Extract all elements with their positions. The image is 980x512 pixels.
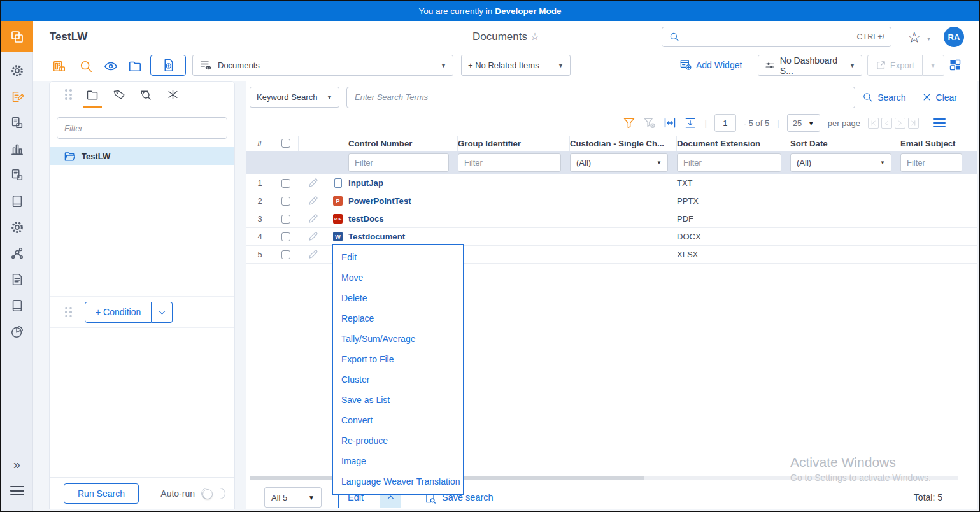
- new-document-button[interactable]: [150, 55, 186, 76]
- edit-pencil-icon[interactable]: [299, 178, 327, 188]
- column-header-number[interactable]: #: [246, 136, 273, 151]
- workspace-icon[interactable]: [1, 21, 33, 52]
- context-menu-item[interactable]: Edit: [333, 247, 463, 267]
- grid-apps-icon[interactable]: [949, 59, 963, 73]
- bar-chart-icon[interactable]: [10, 141, 25, 157]
- context-menu-item[interactable]: Replace: [333, 308, 463, 329]
- auto-run-toggle[interactable]: [201, 488, 225, 499]
- tab-tags[interactable]: [108, 82, 131, 108]
- folder-tree-item[interactable]: TestLW: [50, 147, 234, 165]
- clear-button[interactable]: Clear: [922, 92, 957, 103]
- search-icon[interactable]: [79, 59, 93, 73]
- add-condition-button[interactable]: + Condition: [85, 302, 152, 323]
- edit-pencil-icon[interactable]: [299, 231, 327, 242]
- row-checkbox[interactable]: [281, 250, 290, 259]
- context-menu-item[interactable]: Language Weaver Translation: [333, 471, 463, 492]
- folder-icon[interactable]: [128, 59, 142, 73]
- view-select[interactable]: Documents ▼: [192, 55, 453, 76]
- search-mode-select[interactable]: Keyword Search ▼: [250, 87, 339, 108]
- edit-pencil-icon[interactable]: [299, 196, 327, 206]
- eye-icon[interactable]: [104, 59, 118, 73]
- context-menu-item[interactable]: Move: [333, 267, 463, 288]
- column-header-control-number[interactable]: Control Number: [348, 136, 458, 151]
- context-menu-item[interactable]: Export to File: [333, 349, 463, 369]
- row-checkbox[interactable]: [281, 197, 290, 206]
- filter-sort-date-select[interactable]: (All)▼: [790, 153, 891, 172]
- row-checkbox[interactable]: [281, 215, 290, 224]
- per-page-select[interactable]: 25 ▼: [787, 114, 820, 132]
- run-search-button[interactable]: Run Search: [64, 483, 139, 504]
- favorites-star-icon[interactable]: ☆: [907, 29, 921, 46]
- pager-next-icon[interactable]: [895, 118, 905, 129]
- column-header-sort-date[interactable]: Sort Date: [790, 136, 900, 151]
- document-link[interactable]: inputJap: [348, 178, 458, 188]
- fit-height-icon[interactable]: [684, 117, 697, 129]
- context-menu-item[interactable]: Cluster: [333, 369, 463, 390]
- tab-folders[interactable]: [81, 82, 104, 108]
- pager-first-icon[interactable]: [868, 118, 879, 129]
- document-link[interactable]: Testdocument: [348, 232, 458, 241]
- column-header-email-subject[interactable]: Email Subject: [900, 136, 977, 151]
- export-button[interactable]: Export: [867, 55, 923, 76]
- dashboard-select[interactable]: No Dashboard S... ▼: [758, 55, 862, 76]
- context-menu-item[interactable]: Image: [333, 451, 463, 471]
- export-dropdown-button[interactable]: ▾: [923, 55, 944, 76]
- favorite-star-icon[interactable]: ☆: [530, 31, 539, 42]
- filter-control-number-input[interactable]: [348, 153, 449, 172]
- folder-filter-input[interactable]: [64, 124, 220, 133]
- column-menu-icon[interactable]: [933, 116, 946, 130]
- binder-icon[interactable]: [10, 298, 25, 313]
- tab-clusters[interactable]: [161, 82, 184, 108]
- search-button[interactable]: Search: [862, 92, 905, 103]
- edit-pencil-icon[interactable]: [299, 213, 327, 224]
- add-widget-button[interactable]: Add Widget: [679, 59, 742, 71]
- context-menu-item[interactable]: Delete: [333, 288, 463, 308]
- pager-last-icon[interactable]: [908, 118, 919, 129]
- integration-network-icon[interactable]: [10, 246, 25, 261]
- filter-custodian-select[interactable]: (All)▼: [570, 153, 668, 172]
- pager-prev-icon[interactable]: [881, 118, 892, 129]
- settings-gear-icon[interactable]: [10, 63, 25, 78]
- condition-dropdown-button[interactable]: [152, 302, 173, 323]
- object-copy-icon[interactable]: [10, 167, 25, 183]
- favorites-chevron-icon[interactable]: ▾: [927, 35, 930, 42]
- folder-filter[interactable]: [57, 117, 227, 139]
- column-header-custodian[interactable]: Custodian - Single Ch...: [570, 136, 677, 151]
- object-folder-icon[interactable]: [10, 115, 25, 131]
- hamburger-menu-icon[interactable]: [10, 483, 24, 499]
- filter-document-extension-input[interactable]: [677, 153, 781, 172]
- filter-funnel-icon[interactable]: [623, 117, 636, 129]
- scope-select[interactable]: All 5 ▼: [264, 487, 322, 508]
- notebook-icon[interactable]: [10, 194, 25, 209]
- document-link[interactable]: testDocs: [348, 214, 458, 224]
- fit-width-icon[interactable]: [664, 117, 676, 129]
- related-items-select[interactable]: + No Related Items ▼: [461, 55, 571, 76]
- global-search-input[interactable]: [685, 32, 857, 42]
- select-all-checkbox[interactable]: [281, 139, 290, 148]
- field-edit-icon[interactable]: [10, 89, 25, 104]
- page-number-input[interactable]: 1: [714, 114, 736, 132]
- context-menu-item[interactable]: Save as List: [333, 390, 463, 410]
- layout-panel-icon[interactable]: [52, 59, 66, 73]
- column-header-group-identifier[interactable]: Group Identifier: [458, 136, 570, 151]
- context-menu-item[interactable]: Convert: [333, 410, 463, 430]
- document-page-icon[interactable]: [10, 272, 25, 287]
- user-avatar[interactable]: RA: [944, 27, 964, 47]
- context-menu-item[interactable]: Re-produce: [333, 430, 463, 451]
- collapse-chevrons-icon[interactable]: »: [13, 457, 20, 472]
- filter-group-identifier-input[interactable]: [458, 153, 561, 172]
- column-header-document-extension[interactable]: Document Extension: [677, 136, 790, 151]
- clear-filter-funnel-icon[interactable]: [643, 117, 656, 129]
- drag-handle-icon[interactable]: [65, 89, 72, 100]
- filter-email-subject-input[interactable]: [900, 153, 962, 172]
- row-checkbox[interactable]: [281, 179, 290, 188]
- row-checkbox[interactable]: [281, 232, 290, 241]
- search-terms-input[interactable]: [346, 87, 855, 108]
- pie-chart-icon[interactable]: [10, 324, 25, 339]
- global-search[interactable]: CTRL+/: [662, 27, 891, 47]
- document-link[interactable]: PowerPointTest: [348, 196, 458, 206]
- edit-pencil-icon[interactable]: [299, 249, 327, 260]
- admin-gear-icon[interactable]: [10, 220, 25, 235]
- tab-saved-searches[interactable]: [134, 82, 157, 108]
- context-menu-item[interactable]: Tally/Sum/Average: [333, 329, 463, 349]
